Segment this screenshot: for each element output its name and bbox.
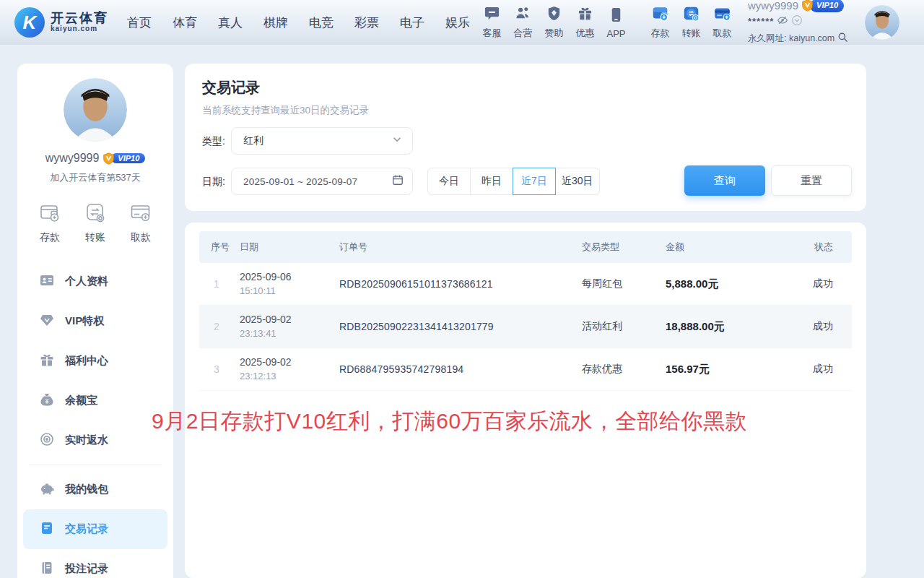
badge-icon — [546, 5, 562, 25]
withdraw-card-icon — [714, 5, 731, 25]
sidebar-avatar — [64, 78, 127, 142]
nav-esports[interactable]: 电竞 — [309, 14, 334, 31]
table-header-row: 序号 日期 订单号 交易类型 金额 状态 — [199, 231, 852, 263]
transfer-icon — [683, 5, 699, 25]
cell-status: 成功 — [797, 363, 840, 376]
partnership-button[interactable]: 合营 — [507, 5, 539, 40]
cell-type: 活动红利 — [582, 320, 666, 333]
gift-icon — [577, 5, 593, 25]
vip-level-text: VIP10 — [810, 0, 844, 12]
nav-chess[interactable]: 棋牌 — [263, 14, 288, 31]
app-button[interactable]: APP — [601, 7, 632, 39]
table-row[interactable]: 2 2025-09-0223:13:41 RDB2025090223134141… — [199, 306, 852, 348]
sidebar-deposit-button[interactable]: 存款 — [39, 202, 61, 244]
cell-seq: 2 — [211, 321, 240, 332]
range-30days-button[interactable]: 近30日 — [555, 168, 600, 195]
sidebar-withdraw-label: 取款 — [131, 231, 151, 244]
type-select[interactable]: 红利 — [231, 127, 413, 155]
date-range-value: 2025-09-01 ~ 2025-09-07 — [243, 176, 392, 187]
sponsor-button[interactable]: 赞助 — [539, 5, 570, 40]
col-type: 交易类型 — [582, 241, 666, 254]
nav-home[interactable]: 首页 — [127, 14, 152, 31]
cell-amount: 18,888.00元 — [666, 320, 797, 334]
vip-shield-icon — [801, 0, 814, 12]
range-7days-button[interactable]: 近7日 — [513, 168, 556, 195]
sidebar-transfer-button[interactable]: 转账 — [84, 202, 106, 244]
nav-live[interactable]: 真人 — [218, 14, 243, 31]
date-range-input[interactable]: 2025-09-01 ~ 2025-09-07 — [231, 168, 413, 195]
transfer-button[interactable]: 转账 — [676, 5, 707, 40]
document-icon — [40, 521, 54, 538]
avatar[interactable] — [865, 5, 899, 40]
sidebar-item-profile[interactable]: 个人资料 — [17, 262, 173, 301]
red-annotation-text: 9月2日存款打V10红利，打满60万百家乐流水，全部给你黑款 — [152, 407, 747, 436]
partnership-label: 合营 — [514, 27, 533, 40]
card-outline-icon — [130, 202, 152, 226]
promo-label: 优惠 — [576, 27, 595, 40]
brand-logo[interactable]: K 开云体育 kaiyun.com — [14, 7, 108, 38]
customer-service-button[interactable]: 客服 — [476, 5, 507, 40]
cell-order: RDB20250906151011373686121 — [339, 278, 582, 290]
diamond-icon — [40, 313, 54, 330]
eye-off-icon[interactable] — [777, 14, 788, 30]
search-button[interactable]: 查询 — [684, 165, 765, 196]
withdraw-label: 取款 — [713, 27, 732, 40]
piggy-bank-icon — [40, 481, 54, 499]
profile-sidebar: wywy9999 VIP10 加入开云体育第537天 存款 转账 取款 — [17, 64, 173, 578]
nav-sports[interactable]: 体育 — [173, 14, 197, 31]
reset-button[interactable]: 重置 — [771, 165, 852, 196]
table-row[interactable]: 3 2025-09-0223:12:13 RD68847959357427981… — [199, 348, 852, 391]
sidebar-item-transactions[interactable]: 交易记录 — [23, 509, 167, 549]
sidebar-withdraw-button[interactable]: 取款 — [130, 202, 152, 244]
nav-entertainment[interactable]: 娱乐 — [445, 14, 470, 31]
money-bag-icon — [40, 392, 54, 410]
withdraw-button[interactable]: 取款 — [707, 5, 738, 40]
cell-seq: 3 — [211, 363, 240, 375]
col-status: 状态 — [797, 241, 840, 254]
range-yesterday-button[interactable]: 昨日 — [470, 168, 513, 195]
col-amount: 金额 — [666, 241, 797, 254]
cell-order: RDB20250902231341413201779 — [339, 321, 582, 332]
sidebar-item-bets[interactable]: 投注记录 — [17, 549, 173, 578]
filter-panel: 交易记录 当前系统支持查询最近30日的交易记录 类型: 红利 日期: 2025-… — [185, 64, 866, 211]
sidebar-item-welfare[interactable]: 福利中心 — [17, 341, 173, 381]
cell-date: 2025-09-0223:13:41 — [240, 313, 339, 340]
range-today-button[interactable]: 今日 — [427, 168, 471, 195]
sidebar-username: wywy9999 — [45, 152, 100, 165]
search-icon[interactable] — [837, 30, 848, 47]
sidebar-item-label: 交易记录 — [65, 522, 108, 536]
page: K 开云体育 kaiyun.com 首页 体育 真人 棋牌 电竞 彩票 电子 娱… — [0, 0, 924, 578]
cell-seq: 1 — [211, 278, 240, 290]
sidebar-item-rebate[interactable]: 实时返水 — [17, 420, 173, 460]
sidebar-vip-badge: VIP10 — [103, 152, 145, 164]
logo-brand-text: 开云体育 — [51, 12, 108, 25]
top-header: K 开云体育 kaiyun.com 首页 体育 真人 棋牌 电竞 彩票 电子 娱… — [0, 0, 924, 45]
nav-slots[interactable]: 电子 — [400, 14, 424, 31]
deposit-button[interactable]: 存款 — [645, 5, 676, 40]
col-date: 日期 — [240, 241, 339, 254]
chevron-down-icon — [392, 134, 402, 147]
joined-days-text: 加入开云体育第537天 — [17, 171, 173, 184]
sidebar-vip-text: VIP10 — [111, 153, 145, 163]
sidebar-item-vip[interactable]: VIP特权 — [17, 301, 173, 341]
promo-button[interactable]: 优惠 — [570, 5, 601, 40]
sponsor-label: 赞助 — [545, 27, 564, 40]
cell-type: 每周红包 — [582, 277, 666, 290]
sidebar-divider — [29, 465, 162, 465]
table-row[interactable]: 1 2025-09-0615:10:11 RDB2025090615101137… — [199, 263, 852, 306]
permanent-url-text: 永久网址: kaiyun.com — [748, 32, 834, 45]
nav-lottery[interactable]: 彩票 — [354, 14, 379, 31]
sidebar-item-wallet[interactable]: 我的钱包 — [17, 470, 173, 509]
sidebar-item-yuebao[interactable]: 余额宝 — [17, 381, 173, 420]
sidebar-deposit-label: 存款 — [40, 231, 60, 244]
chevron-circle-icon[interactable] — [791, 14, 803, 30]
cell-status: 成功 — [797, 277, 840, 290]
cell-status: 成功 — [797, 320, 840, 333]
sidebar-item-label: 余额宝 — [65, 394, 97, 407]
cell-date: 2025-09-0223:12:13 — [240, 355, 339, 383]
page-title: 交易记录 — [202, 78, 260, 98]
deposit-wallet-icon — [652, 5, 668, 25]
sidebar-item-label: 福利中心 — [65, 354, 108, 368]
id-card-icon — [40, 273, 54, 290]
date-quick-ranges: 今日 昨日 近7日 近30日 — [427, 168, 600, 195]
